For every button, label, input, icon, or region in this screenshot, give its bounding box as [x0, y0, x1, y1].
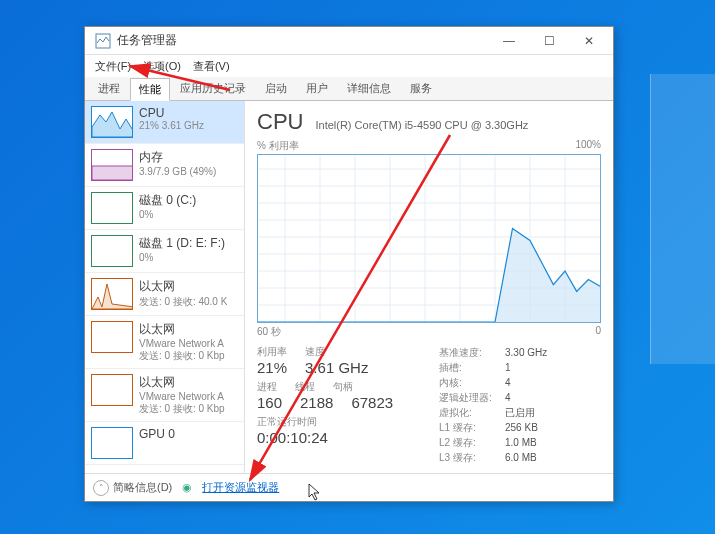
main-panel: CPU Intel(R) Core(TM) i5-4590 CPU @ 3.30…	[245, 101, 613, 473]
window-title: 任务管理器	[117, 32, 177, 49]
sidebar-sub-2: 0%	[139, 209, 196, 220]
minimize-button[interactable]: —	[489, 27, 529, 55]
cpu-properties: 基准速度:3.30 GHz插槽:1内核:4逻辑处理器:4虚拟化:已启用L1 缓存…	[439, 345, 601, 465]
sidebar-sub-1: 3.9/7.9 GB (49%)	[139, 166, 216, 177]
app-icon	[95, 33, 111, 49]
handles-value: 67823	[351, 394, 393, 411]
tab-2[interactable]: 应用历史记录	[171, 77, 255, 100]
sidebar-title-1: 内存	[139, 149, 216, 166]
menu-view[interactable]: 查看(V)	[189, 57, 234, 76]
uptime-label: 正常运行时间	[257, 415, 419, 429]
util-value: 21%	[257, 359, 287, 376]
task-manager-window: 任务管理器 — ☐ ✕ 文件(F) 选项(O) 查看(V) 进程性能应用历史记录…	[84, 26, 614, 502]
cpu-title: CPU	[257, 109, 303, 135]
maximize-button[interactable]: ☐	[529, 27, 569, 55]
sidebar-title-6: 以太网	[139, 374, 225, 391]
chart-label-top-left: % 利用率	[257, 139, 299, 153]
resource-monitor-icon: ◉	[182, 481, 192, 494]
cpu-prop-1: 插槽:1	[439, 360, 601, 375]
sidebar-thumb-2	[91, 192, 133, 224]
sidebar-thumb-7	[91, 427, 133, 459]
desktop-side-panel	[650, 74, 715, 364]
menu-options[interactable]: 选项(O)	[139, 57, 185, 76]
sidebar-item-1[interactable]: 内存3.9/7.9 GB (49%)	[85, 144, 244, 187]
sidebar-title-4: 以太网	[139, 278, 227, 295]
sidebar-title-5: 以太网	[139, 321, 225, 338]
cpu-prop-7: L3 缓存:6.0 MB	[439, 450, 601, 465]
sidebar-thumb-5	[91, 321, 133, 353]
sidebar-item-7[interactable]: GPU 0	[85, 422, 244, 465]
sidebar-sub-4: 发送: 0 接收: 40.0 K	[139, 295, 227, 309]
menubar: 文件(F) 选项(O) 查看(V)	[85, 55, 613, 77]
sidebar-title-2: 磁盘 0 (C:)	[139, 192, 196, 209]
cpu-prop-0: 基准速度:3.30 GHz	[439, 345, 601, 360]
chart-label-bot-right: 0	[595, 325, 601, 339]
speed-value: 3.61 GHz	[305, 359, 368, 376]
sidebar-thumb-3	[91, 235, 133, 267]
menu-file[interactable]: 文件(F)	[91, 57, 135, 76]
sidebar-sub2-5: 发送: 0 接收: 0 Kbp	[139, 349, 225, 363]
cpu-prop-4: 虚拟化:已启用	[439, 405, 601, 420]
proc-value: 160	[257, 394, 282, 411]
tab-0[interactable]: 进程	[89, 77, 129, 100]
sidebar-title-3: 磁盘 1 (D: E: F:)	[139, 235, 225, 252]
cpu-prop-3: 逻辑处理器:4	[439, 390, 601, 405]
sidebar-item-6[interactable]: 以太网VMware Network A发送: 0 接收: 0 Kbp	[85, 369, 244, 422]
sidebar-item-5[interactable]: 以太网VMware Network A发送: 0 接收: 0 Kbp	[85, 316, 244, 369]
close-button[interactable]: ✕	[569, 27, 609, 55]
open-resource-monitor-link[interactable]: 打开资源监视器	[202, 480, 279, 495]
stats-panel: 利用率 速度 21% 3.61 GHz 进程 线程 句柄 160 2188	[257, 345, 601, 465]
cpu-model: Intel(R) Core(TM) i5-4590 CPU @ 3.30GHz	[315, 119, 528, 131]
util-label: 利用率	[257, 345, 287, 359]
sidebar-thumb-0	[91, 106, 133, 138]
chart-label-top-right: 100%	[575, 139, 601, 153]
tab-5[interactable]: 详细信息	[338, 77, 400, 100]
proc-label: 进程	[257, 380, 277, 394]
sidebar-sub-5: VMware Network A	[139, 338, 225, 349]
sidebar-thumb-6	[91, 374, 133, 406]
handles-label: 句柄	[333, 380, 353, 394]
sidebar-sub2-6: 发送: 0 接收: 0 Kbp	[139, 402, 225, 416]
sidebar: CPU21% 3.61 GHz内存3.9/7.9 GB (49%)磁盘 0 (C…	[85, 101, 245, 473]
tab-1[interactable]: 性能	[130, 78, 170, 101]
footer: ˄ 简略信息(D) ◉ 打开资源监视器	[85, 473, 613, 501]
sidebar-sub-6: VMware Network A	[139, 391, 225, 402]
cpu-prop-5: L1 缓存:256 KB	[439, 420, 601, 435]
sidebar-item-0[interactable]: CPU21% 3.61 GHz	[85, 101, 244, 144]
threads-value: 2188	[300, 394, 333, 411]
cpu-prop-6: L2 缓存:1.0 MB	[439, 435, 601, 450]
uptime-value: 0:00:10:24	[257, 429, 419, 446]
tab-3[interactable]: 启动	[256, 77, 296, 100]
sidebar-item-2[interactable]: 磁盘 0 (C:)0%	[85, 187, 244, 230]
cpu-chart[interactable]	[257, 154, 601, 323]
cursor-icon	[308, 483, 322, 501]
sidebar-item-4[interactable]: 以太网发送: 0 接收: 40.0 K	[85, 273, 244, 316]
sidebar-thumb-1	[91, 149, 133, 181]
tabbar: 进程性能应用历史记录启动用户详细信息服务	[85, 77, 613, 101]
chart-label-bot-left: 60 秒	[257, 325, 281, 339]
speed-label: 速度	[305, 345, 325, 359]
sidebar-sub-3: 0%	[139, 252, 225, 263]
sidebar-sub-0: 21% 3.61 GHz	[139, 120, 204, 131]
sidebar-item-3[interactable]: 磁盘 1 (D: E: F:)0%	[85, 230, 244, 273]
tab-4[interactable]: 用户	[297, 77, 337, 100]
cpu-prop-2: 内核:4	[439, 375, 601, 390]
collapse-button[interactable]: ˄ 简略信息(D)	[93, 480, 172, 496]
window-controls: — ☐ ✕	[489, 27, 609, 55]
threads-label: 线程	[295, 380, 315, 394]
sidebar-thumb-4	[91, 278, 133, 310]
tab-6[interactable]: 服务	[401, 77, 441, 100]
chevron-up-icon: ˄	[93, 480, 109, 496]
sidebar-title-0: CPU	[139, 106, 204, 120]
titlebar[interactable]: 任务管理器 — ☐ ✕	[85, 27, 613, 55]
sidebar-title-7: GPU 0	[139, 427, 175, 441]
body: CPU21% 3.61 GHz内存3.9/7.9 GB (49%)磁盘 0 (C…	[85, 101, 613, 473]
